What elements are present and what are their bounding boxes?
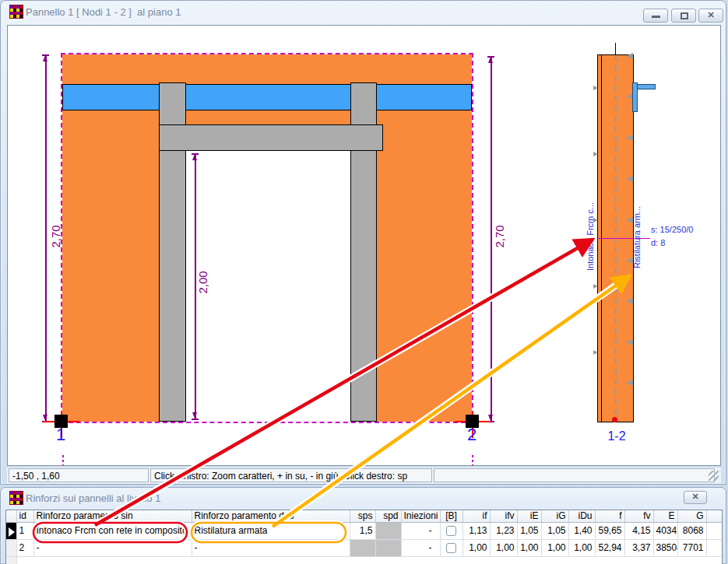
dim-arrow xyxy=(192,154,197,160)
dimension-line-left xyxy=(45,54,47,422)
current-row-arrow-icon xyxy=(9,527,15,537)
cell-f[interactable]: 52,94 xyxy=(595,539,624,556)
status-coordinates: -1,50 , 1,60 xyxy=(9,468,149,482)
cell-id[interactable]: 1 xyxy=(16,522,33,539)
cell-spd xyxy=(375,522,401,539)
cell-iniezioni[interactable]: - xyxy=(401,522,440,539)
row-selector[interactable] xyxy=(6,556,16,564)
section-base-node-dot xyxy=(612,417,617,422)
row-selector[interactable] xyxy=(6,539,16,556)
cell-rinforzo-sin[interactable]: - xyxy=(33,539,192,556)
anchor-tick xyxy=(626,380,633,386)
col-filler xyxy=(706,510,722,522)
cell-id[interactable]: 2 xyxy=(16,539,33,556)
cell-rinforzo-des[interactable]: Ristilatura armata xyxy=(192,522,350,539)
dim-arrow xyxy=(43,55,47,61)
cell-b[interactable] xyxy=(440,539,462,556)
cell-rinforzo-des[interactable]: - xyxy=(192,539,350,556)
status-hint: Click sinistro: Zoom caratteri, + in su,… xyxy=(150,468,432,482)
cell-ifv[interactable]: 1,00 xyxy=(490,539,517,556)
reinforcement-grid: id Rinforzo paramento sin Rinforzo param… xyxy=(5,510,723,564)
cell-iDu[interactable]: 1,40 xyxy=(568,522,595,539)
minimize-button[interactable] xyxy=(643,9,668,23)
drawing-window-title: Pannello 1 [ Nodi 1 - 2 ] al piano 1 xyxy=(26,6,181,18)
cell-if[interactable]: 1,00 xyxy=(462,539,490,556)
restore-button[interactable] xyxy=(671,9,696,23)
cell-filler xyxy=(706,522,722,539)
node1-extension xyxy=(62,455,64,466)
col-E[interactable]: E xyxy=(653,510,677,522)
cell-rinforzo-sin[interactable]: Intonaco Frcm con rete in composito xyxy=(33,522,192,539)
col-iE[interactable]: iE xyxy=(517,510,541,522)
status-bar: -1,50 , 1,60 Click sinistro: Zoom caratt… xyxy=(7,468,721,483)
checkbox-icon[interactable] xyxy=(446,543,456,553)
col-sps[interactable]: sps xyxy=(350,510,375,522)
app-icon xyxy=(10,5,23,18)
cell-spd xyxy=(375,539,401,556)
col-G[interactable]: G xyxy=(677,510,706,522)
reinforcement-table: id Rinforzo paramento sin Rinforzo param… xyxy=(6,510,723,564)
cell-f[interactable]: 59,65 xyxy=(595,522,624,539)
cell-sps[interactable]: 1,5 xyxy=(350,522,375,539)
close-button[interactable]: ✕ xyxy=(698,9,723,23)
cell-iniezioni[interactable]: - xyxy=(401,539,440,556)
anchor-tick xyxy=(626,176,633,182)
cell-iG[interactable]: 1,05 xyxy=(541,522,568,539)
app-icon xyxy=(10,492,23,504)
table-row: 1 Intonaco Frcm con rete in composito Ri… xyxy=(6,522,722,539)
cell-iG[interactable]: 1,00 xyxy=(541,539,568,556)
cell-filler xyxy=(706,539,722,556)
resize-grip[interactable] xyxy=(709,471,719,481)
anchor-tick xyxy=(626,339,633,345)
current-row-indicator[interactable] xyxy=(6,522,16,539)
section-centerline-stub xyxy=(615,43,616,55)
col-rinforzo-sin[interactable]: Rinforzo paramento sin xyxy=(33,510,192,522)
empty-row-space xyxy=(16,556,722,564)
anchor-tick-left-face xyxy=(593,152,598,156)
col-b[interactable]: [B] xyxy=(440,510,462,522)
col-iniezioni[interactable]: Iniezioni xyxy=(401,510,440,522)
col-ifv[interactable]: ifv xyxy=(490,510,517,522)
cell-sps xyxy=(350,539,375,556)
side-label-right: Ristilatura arm... xyxy=(632,202,645,272)
cell-b[interactable] xyxy=(440,522,462,539)
checkbox-icon[interactable] xyxy=(446,526,456,536)
anchor-tick-left-face xyxy=(593,86,598,90)
cell-ifv[interactable]: 1,23 xyxy=(490,522,517,539)
cell-E[interactable]: 40342 xyxy=(653,522,677,539)
cell-G[interactable]: 7701 xyxy=(677,539,706,556)
dim-arrow xyxy=(488,415,493,421)
spacing-annotation: s: 15/250/0 xyxy=(651,225,693,234)
cell-G[interactable]: 8068 xyxy=(677,522,706,539)
cell-iE[interactable]: 1,05 xyxy=(517,522,541,539)
cell-if[interactable]: 1,13 xyxy=(462,522,490,539)
table-close-button[interactable]: ✕ xyxy=(684,491,707,504)
col-fv[interactable]: fv xyxy=(624,510,653,522)
table-window-titlebar[interactable]: Rinforzi sui pannelli al livello 1 ✕ xyxy=(1,488,726,508)
cell-fv[interactable]: 3,37 xyxy=(624,539,653,556)
dimension-label-right: 2,70 xyxy=(493,219,505,254)
slab-bracket-flange xyxy=(637,84,656,89)
col-spd[interactable]: spd xyxy=(375,510,401,522)
col-if[interactable]: if xyxy=(462,510,490,522)
dimension-line-right xyxy=(491,56,492,422)
cell-iDu[interactable]: 1,00 xyxy=(568,539,595,556)
reinforcement-table-window: Rinforzi sui pannelli al livello 1 ✕ id … xyxy=(0,487,726,564)
table-header-row: id Rinforzo paramento sin Rinforzo param… xyxy=(6,510,722,522)
drawing-window: Pannello 1 [ Nodi 1 - 2 ] al piano 1 ✕ 2… xyxy=(0,0,726,485)
diameter-annotation: d: 8 xyxy=(651,238,665,247)
drawing-canvas[interactable]: 2,70 2,00 2,70 1 2 xyxy=(7,25,721,466)
col-iG[interactable]: iG xyxy=(541,510,568,522)
col-rinforzo-des[interactable]: Rinforzo paramento des xyxy=(192,510,350,522)
cell-iE[interactable]: 1,00 xyxy=(517,539,541,556)
cell-fv[interactable]: 4,15 xyxy=(624,522,653,539)
col-f[interactable]: f xyxy=(595,510,624,522)
anchor-tick xyxy=(626,298,633,304)
drawing-window-titlebar[interactable]: Pannello 1 [ Nodi 1 - 2 ] al piano 1 ✕ xyxy=(1,1,726,23)
cell-E[interactable]: 38504 xyxy=(653,539,677,556)
section-node-pair-label: 1-2 xyxy=(603,429,631,443)
col-iDu[interactable]: iDu xyxy=(568,510,595,522)
col-id[interactable]: id xyxy=(16,510,33,522)
minimize-icon xyxy=(652,16,660,18)
anchor-tick-left-face xyxy=(593,284,598,289)
